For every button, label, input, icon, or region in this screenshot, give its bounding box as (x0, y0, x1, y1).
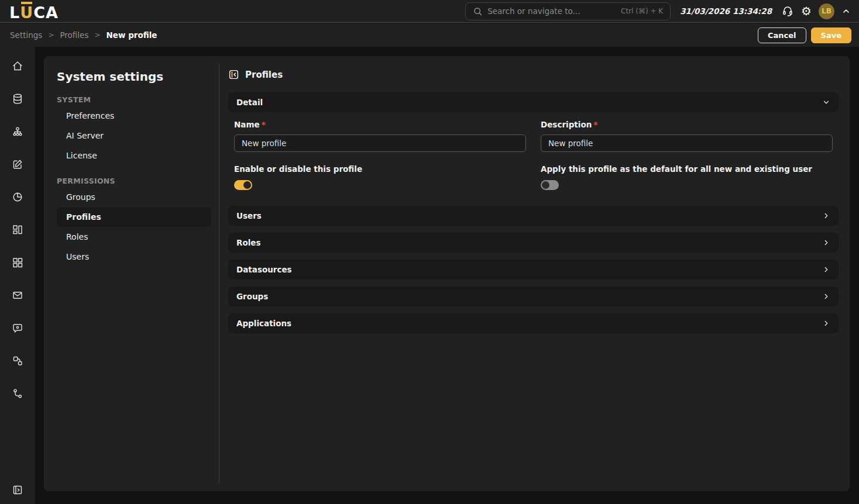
avatar-initials: LB (822, 7, 831, 15)
breadcrumb-separator: > (94, 31, 100, 39)
database-icon (12, 93, 23, 105)
search-icon (473, 6, 483, 16)
sidebar-collapse-icon (228, 69, 239, 80)
current-datetime: 31/03/2026 13:34:28 (680, 6, 772, 16)
breadcrumb-profiles[interactable]: Profiles (60, 30, 88, 40)
rail-item-chat[interactable] (12, 322, 23, 334)
breadcrumb-current: New profile (106, 30, 157, 40)
rail-item-compose[interactable] (12, 158, 23, 170)
headset-icon (781, 5, 794, 18)
nav-item-preferences[interactable]: Preferences (57, 106, 211, 126)
roles-accordion-header[interactable]: Roles (228, 233, 839, 253)
description-label: Description* (541, 120, 833, 129)
name-field[interactable] (234, 134, 526, 152)
enable-profile-toggle[interactable] (234, 180, 252, 190)
search-shortcut-hint: Ctrl (⌘) + K (621, 7, 663, 15)
page-title: Profiles (245, 70, 283, 80)
name-label: Name* (234, 120, 526, 129)
groups-accordion-label: Groups (236, 292, 268, 301)
grid-icon (12, 257, 23, 268)
default-profile-toggle[interactable] (541, 180, 559, 190)
global-search[interactable]: Ctrl (⌘) + K (465, 2, 671, 20)
settings-nav: System settings SYSTEM Preferences AI Se… (44, 56, 219, 491)
profiles-content: Profiles Detail Name* Enable or disable … (228, 56, 839, 491)
chevron-right-icon (822, 292, 830, 301)
layout-blocks-icon (12, 224, 23, 236)
nav-item-license[interactable]: License (57, 146, 211, 165)
nav-divider (219, 64, 219, 483)
datasources-accordion-header[interactable]: Datasources (228, 260, 839, 279)
chevron-right-icon (822, 239, 830, 247)
logo-text: L (9, 5, 20, 20)
nav-item-groups[interactable]: Groups (57, 187, 211, 207)
collapse-topbar-button[interactable] (841, 6, 851, 16)
rail-item-data[interactable] (12, 93, 23, 105)
applications-accordion-label: Applications (236, 319, 291, 328)
rail-item-dashboards[interactable] (12, 224, 23, 236)
nav-item-ai-server[interactable]: AI Server (57, 126, 211, 146)
enable-toggle-label: Enable or disable this profile (234, 164, 526, 174)
breadcrumb-settings[interactable]: Settings (10, 30, 42, 40)
chevron-right-icon (822, 265, 830, 274)
search-input[interactable] (487, 6, 616, 16)
top-bar: LUCA Ctrl (⌘) + K 31/03/2026 13:34:28 ⚙ (0, 0, 859, 23)
applications-accordion-header[interactable]: Applications (228, 313, 839, 333)
rail-expand-button[interactable] (12, 484, 23, 496)
users-accordion-header[interactable]: Users (228, 206, 839, 226)
home-icon (12, 60, 23, 72)
detail-accordion-body: Name* Enable or disable this profile Des… (228, 112, 839, 204)
branch-icon (12, 388, 23, 399)
default-toggle-label: Apply this profile as the default for al… (541, 164, 833, 174)
logo-text-end: CA (33, 5, 59, 20)
rail-item-home[interactable] (12, 60, 23, 72)
breadcrumb-separator: > (48, 31, 54, 39)
description-field[interactable] (541, 134, 833, 152)
chevron-right-icon (822, 319, 830, 327)
edit-icon (12, 158, 23, 170)
rail-item-apps[interactable] (12, 257, 23, 268)
settings-button[interactable]: ⚙ (801, 5, 812, 17)
chevron-right-icon (822, 212, 830, 220)
nav-item-users[interactable]: Users (57, 247, 211, 267)
hierarchy-icon (12, 126, 23, 137)
chevron-down-icon (822, 98, 830, 106)
groups-accordion-header[interactable]: Groups (228, 286, 839, 306)
logo-accent-letter: U (20, 5, 33, 20)
main-card: System settings SYSTEM Preferences AI Se… (44, 56, 850, 491)
app-rail (0, 47, 35, 504)
nav-item-roles[interactable]: Roles (57, 227, 211, 247)
detail-accordion-header[interactable]: Detail (228, 92, 839, 112)
users-accordion-label: Users (236, 211, 262, 220)
nav-section-permissions: PERMISSIONS (57, 177, 219, 185)
datasources-accordion-label: Datasources (236, 265, 292, 274)
chat-icon (12, 322, 23, 334)
required-marker: * (593, 120, 597, 129)
rail-item-pipelines[interactable] (12, 388, 23, 399)
nodes-icon (12, 355, 23, 367)
pie-chart-icon (12, 191, 23, 203)
mail-icon (12, 289, 23, 301)
rail-item-hierarchy[interactable] (12, 126, 23, 137)
nav-item-profiles[interactable]: Profiles (57, 207, 211, 227)
rail-item-mail[interactable] (12, 289, 23, 301)
rail-item-workflows[interactable] (12, 355, 23, 367)
required-marker: * (262, 120, 266, 129)
settings-nav-title: System settings (57, 69, 219, 84)
app-logo[interactable]: LUCA (9, 2, 59, 20)
nav-section-system: SYSTEM (57, 95, 219, 104)
cancel-button[interactable]: Cancel (758, 27, 806, 43)
chevron-up-icon (841, 6, 851, 16)
breadcrumb-bar: Settings > Profiles > New profile Cancel… (0, 23, 859, 47)
save-button[interactable]: Save (811, 27, 851, 43)
avatar[interactable]: LB (819, 4, 834, 19)
support-button[interactable] (781, 5, 794, 18)
detail-accordion-label: Detail (236, 98, 263, 107)
expand-panel-icon (12, 484, 23, 496)
gear-icon: ⚙ (801, 5, 812, 17)
roles-accordion-label: Roles (236, 238, 261, 247)
rail-item-reports[interactable] (12, 191, 23, 203)
